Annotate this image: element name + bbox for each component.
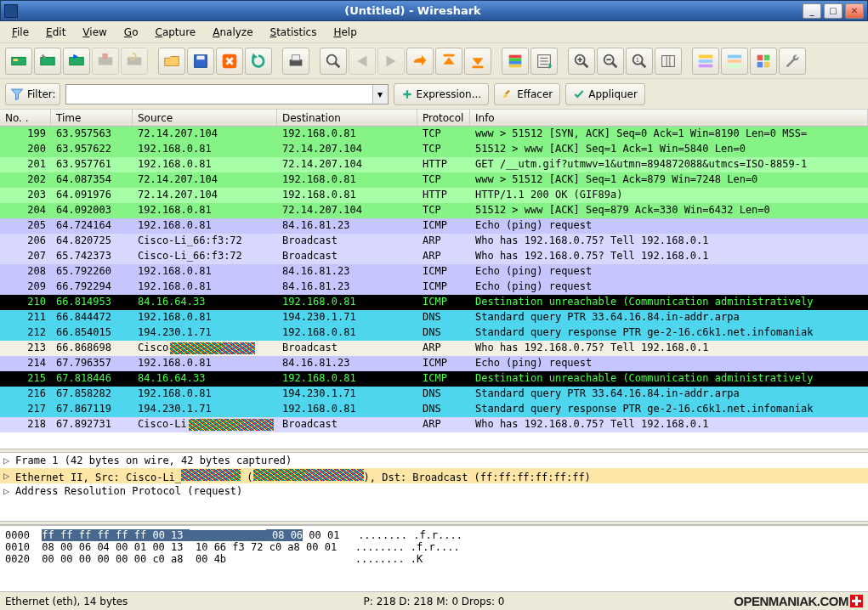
go-to-packet-button[interactable] <box>406 48 434 75</box>
table-row[interactable]: 20063.957622192.168.0.8172.14.207.104TCP… <box>0 142 868 157</box>
filter-toggle-button[interactable]: Filter: <box>5 83 60 105</box>
menu-help[interactable]: Help <box>326 24 363 41</box>
table-row[interactable]: 21166.844472192.168.0.81194.230.1.71DNSS… <box>0 310 868 325</box>
redacted-icon <box>181 469 241 481</box>
tree-frame-text: Frame 1 (42 bytes on wire, 42 bytes capt… <box>15 455 292 466</box>
apply-filter-button[interactable]: Appliquer <box>565 83 645 105</box>
expand-icon[interactable]: ▷ <box>3 455 12 466</box>
go-last-button[interactable] <box>464 48 491 75</box>
packet-details-pane[interactable]: ▷Frame 1 (42 bytes on wire, 42 bytes cap… <box>0 453 868 521</box>
capture-filters-button[interactable] <box>692 48 719 75</box>
app-icon <box>4 4 18 18</box>
col-header-info[interactable]: Info <box>470 110 868 126</box>
preferences-button[interactable] <box>779 48 806 75</box>
table-row[interactable]: 20966.792294192.168.0.8184.16.81.23ICMPE… <box>0 280 868 295</box>
close-file-button[interactable] <box>216 48 243 75</box>
svg-rect-6 <box>102 53 107 58</box>
start-capture-button[interactable] <box>63 48 90 75</box>
menu-edit[interactable]: Edit <box>39 24 72 41</box>
print-button[interactable] <box>282 48 309 75</box>
svg-rect-9 <box>196 55 204 59</box>
maximize-button[interactable]: □ <box>824 3 842 19</box>
restart-capture-button[interactable] <box>121 48 148 75</box>
display-filters-button[interactable] <box>721 48 748 75</box>
table-row[interactable]: 20564.724164192.168.0.8184.16.81.23ICMPE… <box>0 218 868 234</box>
tree-frame[interactable]: ▷Frame 1 (42 bytes on wire, 42 bytes cap… <box>0 453 868 468</box>
table-row[interactable]: 21667.858282192.168.0.81194.230.1.71DNSS… <box>0 387 868 402</box>
arrow-left-icon <box>353 52 372 71</box>
resize-columns-button[interactable] <box>655 48 682 75</box>
go-forward-button[interactable] <box>377 48 405 75</box>
reload-button[interactable] <box>245 48 272 75</box>
svg-rect-1 <box>14 59 18 61</box>
coloring-rules-button[interactable] <box>750 48 777 75</box>
colorize-button[interactable] <box>502 48 529 75</box>
table-row[interactable]: 21567.81844684.16.64.33192.168.0.81ICMPD… <box>0 371 868 387</box>
find-button[interactable] <box>320 48 347 75</box>
filter-y-icon <box>696 52 715 71</box>
col-header-source[interactable]: Source <box>133 110 277 126</box>
menu-capture[interactable]: Capture <box>148 24 202 41</box>
table-row[interactable]: 20264.08735472.14.207.104192.168.0.81TCP… <box>0 172 868 188</box>
save-button[interactable] <box>187 48 214 75</box>
expression-button[interactable]: Expression... <box>394 83 490 105</box>
svg-rect-21 <box>509 54 522 58</box>
filter-combo[interactable]: ▾ <box>65 84 389 104</box>
menu-view[interactable]: View <box>76 24 113 41</box>
table-row[interactable]: 20163.957761192.168.0.8172.14.207.104HTT… <box>0 157 868 172</box>
tree-arp[interactable]: ▷Address Resolution Protocol (request) <box>0 483 868 499</box>
filter-dropdown-button[interactable]: ▾ <box>372 85 388 104</box>
expand-icon[interactable]: ▷ <box>3 485 12 497</box>
options-button[interactable] <box>34 48 61 75</box>
menu-analyze[interactable]: Analyze <box>206 24 259 41</box>
packet-list-body[interactable]: 19963.95756372.14.207.104192.168.0.81TCP… <box>0 127 868 449</box>
table-row[interactable]: 21867.892731Cisco-LiBroadcastARPWho has … <box>0 417 868 432</box>
minimize-button[interactable]: _ <box>803 3 821 19</box>
table-row[interactable]: 20364.09197672.14.207.104192.168.0.81HTT… <box>0 188 868 203</box>
stop-capture-button[interactable] <box>92 48 119 75</box>
go-first-button[interactable] <box>435 48 462 75</box>
expand-icon[interactable]: ▷ <box>3 470 12 482</box>
svg-rect-39 <box>764 54 769 59</box>
menu-statistics[interactable]: Statistics <box>264 24 324 41</box>
magnifier-icon <box>324 52 343 71</box>
folder-open-icon <box>162 52 181 71</box>
tree-ethernet[interactable]: ▷ Ethernet II, Src: Cisco-Li_ (), Dst: B… <box>0 468 868 483</box>
table-row[interactable]: 19963.95756372.14.207.104192.168.0.81TCP… <box>0 127 868 142</box>
table-row[interactable]: 20664.820725Cisco-Li_66:f3:72BroadcastAR… <box>0 234 868 249</box>
menu-go[interactable]: Go <box>117 24 145 41</box>
filter-input[interactable] <box>66 88 372 100</box>
filter-label: Filter: <box>27 88 56 100</box>
zoom-in-button[interactable] <box>568 48 595 75</box>
table-row[interactable]: 21266.854015194.230.1.71192.168.0.81DNSS… <box>0 325 868 341</box>
colorize-icon <box>506 52 525 71</box>
tree-arp-text: Address Resolution Protocol (request) <box>15 485 242 497</box>
zoom-out-button[interactable] <box>597 48 624 75</box>
go-back-button[interactable] <box>349 48 376 75</box>
svg-rect-17 <box>444 54 455 56</box>
table-row[interactable]: 21467.796357192.168.0.8184.16.81.23ICMPE… <box>0 356 868 371</box>
table-row[interactable]: 20865.792260192.168.0.8184.16.81.23ICMPE… <box>0 264 868 280</box>
col-header-no[interactable]: No. . <box>0 110 51 126</box>
packet-bytes-pane[interactable]: 0000 ff ff ff ff ff ff 00 13 08 06 00 01… <box>0 525 868 591</box>
zoom-reset-button[interactable]: 1 <box>626 48 653 75</box>
tree-eth-text: Ethernet II, Src: Cisco-Li_ (), Dst: Bro… <box>15 469 591 483</box>
col-header-time[interactable]: Time <box>51 110 133 126</box>
table-row[interactable]: 21767.867119194.230.1.71192.168.0.81DNSS… <box>0 402 868 417</box>
autoscroll-button[interactable] <box>530 48 558 75</box>
svg-rect-31 <box>662 55 675 66</box>
open-button[interactable] <box>158 48 185 75</box>
table-row[interactable]: 20464.092003192.168.0.8172.14.207.104TCP… <box>0 203 868 218</box>
col-header-destination[interactable]: Destination <box>277 110 417 126</box>
floppy-icon <box>191 52 210 71</box>
close-button[interactable]: ✕ <box>845 3 864 19</box>
menu-file[interactable]: File <box>5 24 36 41</box>
table-row[interactable]: 20765.742373Cisco-Li_66:f3:72BroadcastAR… <box>0 249 868 264</box>
table-row[interactable]: 21366.868698CiscoBroadcastARPWho has 192… <box>0 341 868 356</box>
col-header-protocol[interactable]: Protocol <box>417 110 470 126</box>
table-row[interactable]: 21066.81495384.16.64.33192.168.0.81ICMPD… <box>0 295 868 310</box>
svg-rect-13 <box>292 54 299 59</box>
clear-filter-button[interactable]: Effacer <box>494 83 560 105</box>
svg-rect-22 <box>509 58 522 61</box>
interfaces-button[interactable] <box>5 48 32 75</box>
